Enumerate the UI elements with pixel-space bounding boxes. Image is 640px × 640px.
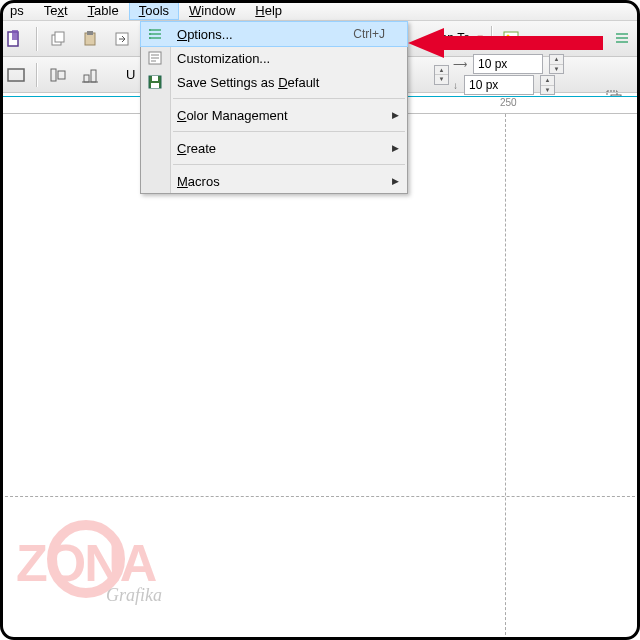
menu-window[interactable]: Window — [179, 1, 245, 20]
guide-horizontal[interactable] — [0, 496, 640, 497]
menu-options-shortcut: Ctrl+J — [353, 27, 407, 41]
menu-create[interactable]: Create ▶ — [141, 136, 407, 160]
menu-divider — [173, 98, 405, 99]
svg-rect-18 — [152, 76, 158, 81]
paste-icon[interactable] — [78, 27, 102, 51]
menu-options[interactable]: Options... Ctrl+J — [141, 22, 407, 46]
options-icon — [147, 26, 163, 42]
offset-x-field[interactable]: 10 px — [473, 54, 543, 74]
layout-icon[interactable] — [4, 27, 28, 51]
rect-tool-icon[interactable] — [4, 63, 28, 87]
menu-save-settings-label: Save Settings as Default — [177, 75, 407, 90]
svg-rect-1 — [12, 30, 18, 40]
svg-rect-5 — [87, 31, 93, 35]
menu-table[interactable]: Table — [78, 1, 129, 20]
copy-icon[interactable] — [46, 27, 70, 51]
align-left-icon[interactable] — [46, 63, 70, 87]
svg-rect-10 — [84, 75, 89, 82]
svg-point-13 — [149, 29, 151, 31]
export-icon[interactable] — [110, 27, 134, 51]
offset-x-icon: ⟶ — [453, 59, 467, 70]
customize-icon — [147, 50, 163, 66]
menu-ps[interactable]: ps — [0, 1, 34, 20]
menu-divider — [173, 131, 405, 132]
ruler-mark: 250 — [500, 97, 517, 108]
svg-point-14 — [149, 33, 151, 35]
chevron-down-icon[interactable]: ▼ — [476, 33, 485, 43]
toolbar-text: U — [126, 67, 135, 82]
spinner[interactable]: ▲▼ — [434, 65, 449, 85]
submenu-arrow-icon: ▶ — [392, 110, 399, 120]
menubar: ps Text Table Tools Window Help — [0, 0, 640, 21]
guide-vertical[interactable] — [505, 114, 506, 640]
svg-rect-8 — [51, 69, 56, 81]
menu-customization[interactable]: Customization... — [141, 46, 407, 70]
offset-y-field[interactable]: 10 px — [464, 75, 534, 95]
spinner[interactable]: ▲▼ — [540, 75, 555, 95]
svg-point-21 — [506, 35, 509, 38]
picture-icon[interactable] — [499, 26, 523, 50]
menu-create-label: Create — [177, 141, 407, 156]
menu-color-management[interactable]: Color Management ▶ — [141, 103, 407, 127]
menu-text[interactable]: Text — [34, 1, 78, 20]
menu-options-label: Options... — [177, 27, 353, 42]
spinner[interactable]: ▲▼ — [549, 54, 564, 74]
menu-divider — [173, 164, 405, 165]
options-icon-2[interactable] — [610, 26, 634, 50]
svg-rect-9 — [58, 71, 65, 79]
svg-rect-19 — [151, 83, 159, 88]
menu-help[interactable]: Help — [245, 1, 292, 20]
right-controls: nap To ▼ ▲▼ ⟶ 10 px ▲▼ ↓ 10 px ▲▼ — [434, 24, 634, 95]
svg-rect-11 — [91, 70, 96, 82]
svg-point-15 — [149, 37, 151, 39]
svg-rect-7 — [8, 69, 24, 81]
menu-macros-label: Macros — [177, 174, 407, 189]
submenu-arrow-icon: ▶ — [392, 143, 399, 153]
menu-tools[interactable]: Tools — [129, 1, 179, 20]
svg-rect-3 — [55, 32, 64, 42]
snap-to-label: nap To — [434, 31, 470, 45]
menu-macros[interactable]: Macros ▶ — [141, 169, 407, 193]
offset-y-icon: ↓ — [453, 80, 458, 91]
svg-rect-20 — [504, 32, 518, 44]
save-icon — [147, 74, 163, 90]
align-bottom-icon[interactable] — [78, 63, 102, 87]
submenu-arrow-icon: ▶ — [392, 176, 399, 186]
tools-dropdown: Options... Ctrl+J Customization... Save … — [140, 21, 408, 194]
menu-customization-label: Customization... — [177, 51, 407, 66]
menu-color-management-label: Color Management — [177, 108, 407, 123]
menu-save-settings[interactable]: Save Settings as Default — [141, 70, 407, 94]
